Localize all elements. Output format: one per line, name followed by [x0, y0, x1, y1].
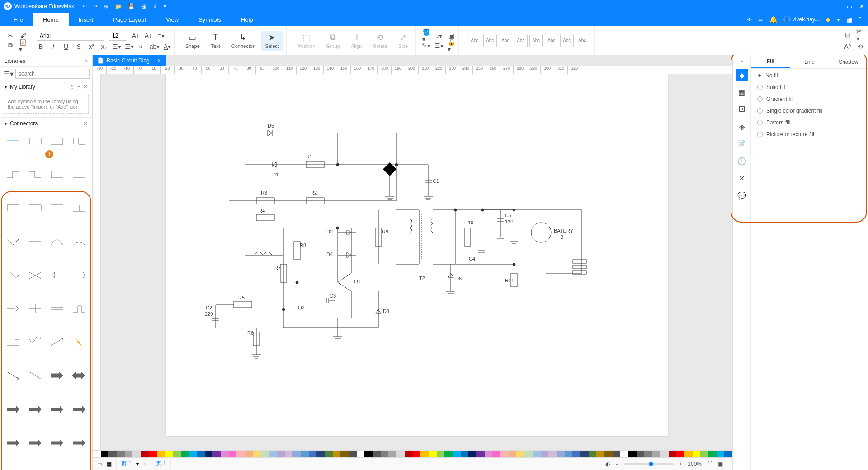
color-swatch[interactable] [197, 451, 205, 457]
color-swatch[interactable] [340, 451, 349, 457]
style-preset[interactable]: Abc [483, 34, 497, 47]
shape-outline-icon[interactable]: ○▾ [435, 32, 443, 40]
color-swatch[interactable] [708, 451, 717, 457]
font-color-icon[interactable]: A▾ [163, 43, 171, 51]
color-swatch[interactable] [620, 451, 628, 457]
page-workspace[interactable]: D5 R1 D1 R3 R2 C1 R4 R8 R7 D2 D4 R9 Q1 Q… [101, 74, 732, 450]
connector-stencil[interactable] [26, 166, 45, 182]
color-swatch[interactable] [628, 451, 637, 457]
eyedropper-icon[interactable]: ◐ [605, 461, 610, 467]
connector-stencil[interactable] [26, 200, 45, 215]
layers-icon[interactable]: ◈ [736, 120, 748, 133]
style-preset[interactable]: Abc [560, 34, 574, 47]
text-direction-icon[interactable]: ab▾ [151, 43, 159, 51]
menu-page-layout[interactable]: Page Layout [103, 13, 156, 26]
print-icon[interactable]: 🖨 [141, 3, 146, 9]
arrow-stencil[interactable] [70, 368, 89, 383]
fill-tab-icon[interactable]: ◆ [736, 69, 748, 81]
color-swatch[interactable] [660, 451, 669, 457]
arrow-stencil[interactable] [47, 402, 67, 417]
rotate-tool[interactable]: ⟲Rotate [368, 31, 392, 51]
connector-stencil[interactable] [47, 166, 67, 182]
menu-view[interactable]: View [156, 13, 189, 26]
connector-stencil[interactable] [4, 166, 23, 182]
style-preset[interactable]: Abc [529, 34, 543, 47]
color-swatch[interactable] [413, 451, 421, 457]
connector-stencil[interactable] [4, 234, 23, 249]
connector-stencil[interactable] [26, 133, 45, 148]
replace-icon[interactable]: ⟲ [856, 43, 864, 51]
tab-fill[interactable]: Fill [751, 55, 790, 68]
expand-right-panel-icon[interactable]: » [740, 58, 743, 64]
color-swatch[interactable] [524, 451, 533, 457]
close-tab-icon[interactable]: ✕ [157, 57, 161, 64]
color-swatch[interactable] [637, 451, 645, 457]
menu-symbols[interactable]: Symbols [189, 13, 231, 26]
style-preset[interactable]: Abc [514, 34, 528, 47]
position-tool[interactable]: ⬚Position [293, 31, 320, 51]
connector-stencil[interactable] [4, 133, 23, 148]
color-swatch[interactable] [533, 451, 541, 457]
page-dropdown-icon[interactable]: ▾ [136, 461, 139, 467]
connector-stencil[interactable] [4, 267, 23, 283]
menu-file[interactable]: File [4, 13, 33, 26]
color-swatch[interactable] [108, 451, 117, 457]
color-swatch[interactable] [245, 451, 253, 457]
color-swatch[interactable] [596, 451, 604, 457]
shape-tool[interactable]: ▭Shape [181, 31, 204, 51]
color-swatch[interactable] [516, 451, 524, 457]
copy-icon[interactable]: ⧉ [6, 42, 14, 50]
color-swatch[interactable] [429, 451, 437, 457]
connector-stencil[interactable] [47, 301, 67, 316]
color-swatch[interactable] [253, 451, 261, 457]
color-swatch[interactable] [589, 451, 597, 457]
bold-icon[interactable]: B [37, 43, 45, 51]
connector-stencil[interactable] [26, 301, 45, 316]
color-swatch[interactable] [492, 451, 500, 457]
menu-help[interactable]: Help [231, 13, 263, 26]
arrow-stencil[interactable] [26, 435, 45, 451]
color-swatch[interactable] [117, 451, 125, 457]
menu-home[interactable]: Home [33, 13, 69, 26]
color-swatch[interactable] [405, 451, 413, 457]
color-swatch[interactable] [541, 451, 549, 457]
color-swatch[interactable] [644, 451, 652, 457]
page-setup-icon[interactable]: 📄 [736, 138, 748, 150]
connector-stencil[interactable] [70, 234, 89, 249]
fill-option-single-gradient[interactable]: Single color gradient fill [757, 108, 862, 114]
font-case-icon[interactable]: Aᴬ [844, 43, 852, 51]
color-swatch[interactable] [468, 451, 476, 457]
color-swatch[interactable] [316, 451, 325, 457]
arrow-stencil[interactable] [47, 368, 67, 383]
color-swatch[interactable] [717, 451, 725, 457]
undo-icon[interactable]: ↶ [82, 3, 87, 9]
layout-icon[interactable]: ▭ [97, 461, 102, 467]
connector-stencil[interactable] [70, 200, 89, 215]
apps-icon[interactable]: ▦ [846, 16, 852, 23]
connector-stencil[interactable] [47, 334, 67, 350]
color-swatch[interactable] [260, 451, 269, 457]
arrange-icon[interactable]: ✕ [736, 172, 748, 185]
color-swatch[interactable] [557, 451, 565, 457]
color-swatch[interactable] [149, 451, 157, 457]
image-icon[interactable]: 🖼 [736, 103, 748, 116]
connector-stencil[interactable] [47, 234, 67, 249]
tab-shadow[interactable]: Shadow [829, 55, 868, 68]
diamond-icon[interactable]: ◆ [826, 16, 830, 23]
line-spacing-icon[interactable]: ☰▾ [125, 43, 133, 51]
connector-stencil[interactable] [4, 334, 23, 350]
color-swatch-bar[interactable] [93, 450, 732, 457]
zoom-out-icon[interactable]: − [615, 461, 618, 467]
connectors-header[interactable]: ▾Connectors ✕ [0, 118, 92, 129]
paste-icon[interactable]: 📋▾ [19, 42, 27, 50]
font-name-select[interactable] [37, 31, 104, 41]
connector-stencil[interactable] [4, 368, 23, 383]
connector-stencil[interactable] [26, 267, 45, 283]
color-swatch[interactable] [565, 451, 573, 457]
connector-stencil[interactable] [47, 133, 67, 148]
fit-page-icon[interactable]: ⛶ [707, 461, 712, 467]
library-menu-icon[interactable]: ☰▾ [4, 70, 13, 78]
save-icon[interactable]: 💾 [128, 3, 135, 9]
align-tool[interactable]: ⫴Align [346, 31, 366, 51]
line-style-icon[interactable]: ☰▾ [435, 42, 443, 50]
